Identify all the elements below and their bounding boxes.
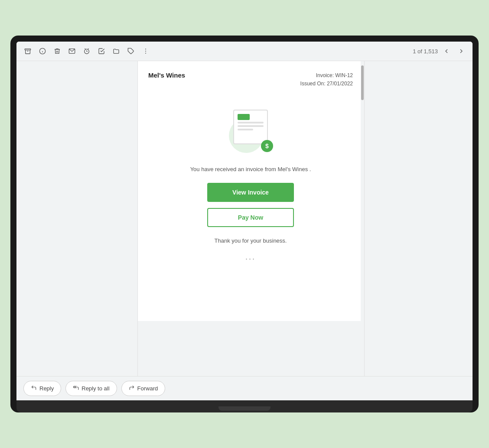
laptop-outer: 1 of 1,513 Mel's Wine: [10, 36, 479, 412]
svg-rect-0: [25, 49, 30, 50]
more-options-icon[interactable]: [140, 45, 152, 57]
email-body: Mel's Wines Invoice: WIN-12 Issued On: 2…: [138, 61, 361, 321]
task-icon[interactable]: [95, 45, 108, 57]
svg-point-11: [145, 51, 146, 52]
scrollbar-thumb[interactable]: [361, 65, 364, 100]
email-ellipsis: ...: [148, 253, 353, 262]
svg-line-8: [88, 49, 89, 49]
doc-green-rect: [238, 114, 250, 120]
archive-icon[interactable]: [22, 45, 34, 57]
label-icon[interactable]: [125, 45, 137, 57]
thank-you-text: Thank you for your business.: [148, 237, 353, 244]
invoice-meta: Invoice: WIN-12 Issued On: 27/01/2022: [300, 71, 353, 88]
email-content-area: Mel's Wines Invoice: WIN-12 Issued On: 2…: [16, 61, 473, 376]
pagination-info: 1 of 1,513: [413, 48, 438, 55]
laptop-base: [16, 400, 473, 412]
next-email-button[interactable]: [455, 45, 467, 57]
reply-all-label: Reply to all: [82, 385, 109, 392]
left-sidebar: [16, 61, 138, 376]
reply-button[interactable]: Reply: [23, 381, 61, 396]
view-invoice-button[interactable]: View Invoice: [207, 183, 294, 202]
forward-label: Forward: [137, 385, 158, 392]
prev-email-button[interactable]: [440, 45, 453, 57]
doc-line-2: [238, 125, 264, 127]
pagination-text: 1 of 1,513: [413, 48, 438, 55]
illustration-container: $: [225, 110, 277, 153]
invoice-illustration: $: [148, 110, 353, 153]
forward-icon: [129, 385, 135, 392]
doc-line-short: [238, 129, 253, 130]
reply-bar: Reply Reply to all Forward: [16, 376, 473, 400]
delete-icon[interactable]: [51, 45, 63, 57]
forward-button[interactable]: Forward: [121, 381, 166, 396]
email-icon[interactable]: [66, 45, 78, 57]
invoice-date: Issued On: 27/01/2022: [300, 80, 353, 88]
info-icon[interactable]: [36, 45, 49, 57]
laptop-screen: 1 of 1,513 Mel's Wine: [16, 42, 473, 400]
reply-label: Reply: [39, 385, 54, 392]
company-name: Mel's Wines: [148, 71, 185, 79]
laptop-notch: [218, 406, 271, 411]
email-body-wrapper: Mel's Wines Invoice: WIN-12 Issued On: 2…: [138, 61, 361, 376]
email-body-text: You have received an invoice from Mel's …: [148, 166, 353, 172]
reply-all-button[interactable]: Reply to all: [65, 381, 117, 396]
reply-all-icon: [73, 385, 79, 392]
svg-point-10: [145, 49, 146, 49]
scrollbar-track[interactable]: [361, 61, 364, 376]
pay-now-button[interactable]: Pay Now: [207, 208, 294, 227]
right-panel: [364, 61, 473, 376]
email-client: 1 of 1,513 Mel's Wine: [16, 42, 473, 400]
invoice-doc: [233, 110, 268, 144]
move-to-icon[interactable]: [110, 45, 122, 57]
snooze-icon[interactable]: [81, 45, 93, 57]
invoice-number: Invoice: WIN-12: [300, 71, 353, 80]
doc-line-1: [238, 122, 264, 123]
toolbar: 1 of 1,513: [16, 42, 473, 61]
invoice-header: Mel's Wines Invoice: WIN-12 Issued On: 2…: [148, 71, 353, 88]
dollar-badge: $: [261, 140, 273, 152]
reply-icon: [31, 385, 37, 392]
svg-point-12: [145, 53, 146, 54]
svg-line-7: [85, 49, 86, 49]
